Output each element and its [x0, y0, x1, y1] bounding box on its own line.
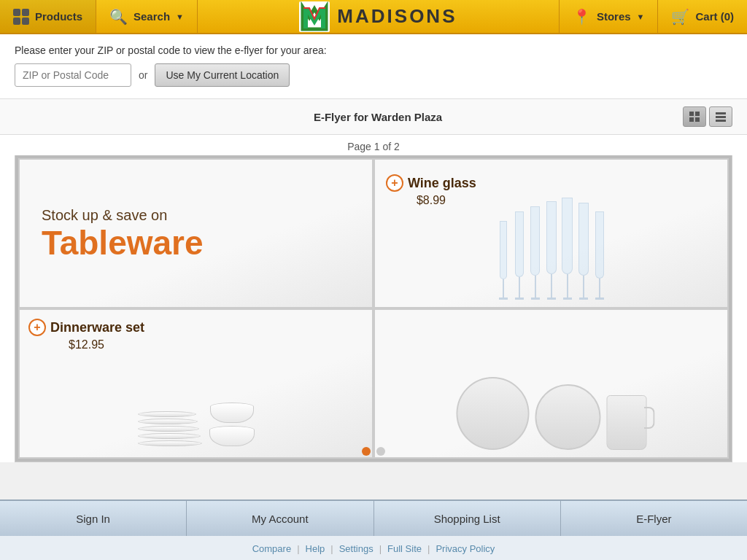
top-nav: Products 🔍 Search ▼ MADISONS 📍 Stores ▼ … — [0, 0, 747, 34]
wine-glass-product-tag[interactable]: + Wine glass $8.99 — [386, 174, 476, 207]
glass-3 — [528, 206, 543, 300]
products-label: Products — [35, 10, 82, 23]
wine-glass-tag-header: + Wine glass — [386, 174, 476, 192]
dinnerware-product-tag[interactable]: + Dinnerware set $12.95 — [28, 319, 144, 351]
glass-6 — [576, 203, 591, 300]
footer-links: Compare | Help | Settings | Full Site | … — [0, 536, 747, 560]
search-chevron-icon: ▼ — [176, 12, 184, 21]
brand-logo — [299, 1, 330, 32]
settings-link[interactable]: Settings — [339, 543, 374, 554]
cell-top-right: + Wine glass $8.99 — [374, 158, 729, 308]
cell-bottom-left: + Dinnerware set $12.95 — [18, 308, 374, 459]
glass-5 — [560, 198, 575, 300]
shopping-list-button[interactable]: Shopping List — [374, 501, 561, 536]
dishes-display — [456, 377, 646, 450]
flyer-container: Stock up & save on Tableware — [15, 155, 732, 462]
list-view-button[interactable] — [709, 106, 732, 127]
list-view-icon — [716, 112, 726, 122]
help-link[interactable]: Help — [306, 543, 325, 554]
cart-nav-item[interactable]: 🛒 Cart (0) — [657, 0, 747, 33]
grid-view-icon — [689, 112, 700, 122]
search-nav-item[interactable]: 🔍 Search ▼ — [96, 0, 198, 33]
shelf-display: Stock up & save on Tableware — [15, 155, 732, 462]
location-bar: Please enter your ZIP or postal code to … — [0, 34, 747, 99]
flyer-header: E-Flyer for Warden Plaza — [0, 99, 747, 135]
dinnerware-price: $12.95 — [69, 338, 104, 351]
bottom-nav: Sign In My Account Shopping List E-Flyer… — [0, 499, 747, 560]
bowls-stack — [209, 402, 255, 446]
nav-right: 📍 Stores ▼ 🛒 Cart (0) — [559, 0, 747, 33]
carousel-dots — [362, 447, 385, 456]
dinnerware-tag-header: + Dinnerware set — [28, 319, 144, 336]
grid-view-button[interactable] — [683, 106, 706, 127]
dinnerware-plus-icon: + — [28, 319, 46, 336]
search-label: Search — [133, 10, 170, 23]
carousel-dot-1[interactable] — [362, 447, 371, 456]
plates-stack — [138, 411, 202, 446]
sep-4: | — [427, 543, 430, 554]
flyer-product-type: Tableware — [42, 225, 204, 262]
glass-4 — [544, 201, 559, 300]
glass-7 — [592, 211, 607, 300]
stores-chevron-icon: ▼ — [637, 12, 645, 21]
glass-1 — [496, 221, 511, 300]
cell-top-left: Stock up & save on Tableware — [18, 158, 374, 308]
wine-glass-plus-icon: + — [386, 174, 403, 192]
view-toggle — [683, 106, 732, 127]
cell-bottom-right — [374, 308, 729, 459]
bottom-buttons: Sign In My Account Shopping List E-Flyer — [0, 501, 747, 536]
stores-nav-item[interactable]: 📍 Stores ▼ — [559, 0, 658, 33]
search-icon: 🔍 — [109, 8, 128, 26]
my-account-button[interactable]: My Account — [187, 501, 374, 536]
pin-icon: 📍 — [573, 8, 591, 26]
glass-2 — [512, 211, 527, 300]
sep-3: | — [379, 543, 382, 554]
brand-name: MADISONS — [337, 5, 457, 28]
cart-icon: 🛒 — [671, 8, 689, 26]
sign-in-button[interactable]: Sign In — [0, 501, 187, 536]
flyer-tagline: Stock up & save on — [42, 206, 167, 225]
stores-label: Stores — [597, 10, 631, 23]
brand-center: MADISONS — [198, 0, 559, 33]
cart-label: Cart (0) — [695, 10, 734, 23]
location-prompt: Please enter your ZIP or postal code to … — [15, 44, 732, 56]
wine-glass-price: $8.99 — [417, 194, 446, 207]
full-site-link[interactable]: Full Site — [387, 543, 422, 554]
sep-2: | — [330, 543, 333, 554]
sep-1: | — [297, 543, 299, 554]
privacy-link[interactable]: Privacy Policy — [436, 543, 495, 554]
grid-icon — [13, 9, 29, 25]
compare-link[interactable]: Compare — [252, 543, 291, 554]
flyer-image: Stock up & save on Tableware — [15, 155, 732, 462]
page-indicator: Page 1 of 2 — [0, 135, 747, 155]
zip-input[interactable] — [15, 63, 131, 87]
eflyer-button[interactable]: E-Flyer — [561, 501, 747, 536]
dinnerware-name: Dinnerware set — [50, 320, 144, 335]
or-text: or — [139, 69, 147, 81]
products-nav-item[interactable]: Products — [0, 0, 96, 33]
wine-glass-name: Wine glass — [408, 176, 476, 191]
use-current-location-button[interactable]: Use My Current Location — [155, 63, 290, 87]
flyer-title: E-Flyer for Warden Plaza — [73, 111, 683, 123]
carousel-dot-2[interactable] — [376, 447, 385, 456]
main-content: E-Flyer for Warden Plaza Page 1 of 2 Sto… — [0, 99, 747, 462]
